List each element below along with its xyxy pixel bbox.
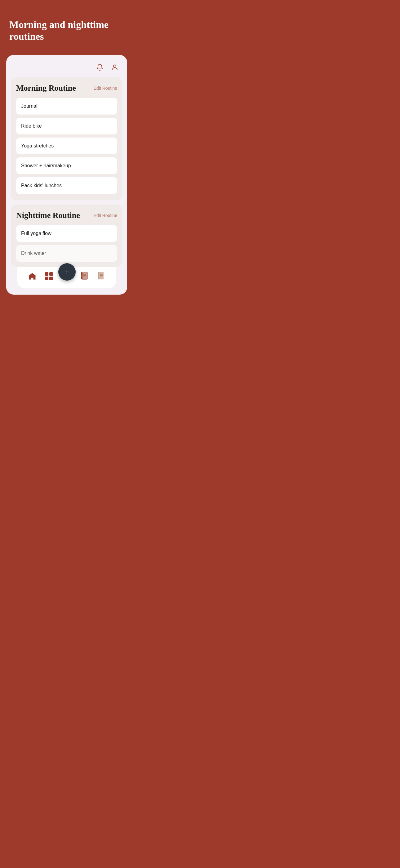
- svg-rect-4: [83, 274, 86, 275]
- morning-routine-header: Morning Routine Edit Routine: [16, 84, 117, 93]
- fab-add-button[interactable]: +: [58, 263, 76, 281]
- morning-item-journal[interactable]: Journal: [16, 98, 117, 115]
- home-icon: [28, 272, 37, 281]
- fab-plus-icon: +: [65, 267, 69, 277]
- bell-button[interactable]: [95, 62, 105, 72]
- svg-point-0: [113, 65, 116, 67]
- nighttime-routine-section: Nighttime Routine Edit Routine Full yoga…: [11, 205, 122, 267]
- nighttime-item-drink-water[interactable]: Drink water: [16, 245, 117, 262]
- nighttime-routine-items: Full yoga flow Drink water: [16, 225, 117, 262]
- morning-edit-routine-button[interactable]: Edit Routine: [94, 86, 117, 91]
- nighttime-routine-title: Nighttime Routine: [16, 211, 80, 220]
- grid-icon: [45, 272, 53, 280]
- home-nav-button[interactable]: [25, 271, 40, 282]
- morning-item-shower[interactable]: Shower + hair/makeup: [16, 157, 117, 174]
- svg-rect-6: [83, 277, 85, 277]
- svg-rect-9: [100, 274, 103, 275]
- user-icon: [111, 64, 119, 71]
- nighttime-routine-header: Nighttime Routine Edit Routine: [16, 211, 117, 220]
- main-card: Morning Routine Edit Routine Journal Rid…: [6, 55, 127, 294]
- svg-rect-10: [100, 275, 103, 276]
- nighttime-item-yoga-flow[interactable]: Full yoga flow: [16, 225, 117, 242]
- morning-item-yoga-stretches[interactable]: Yoga stretches: [16, 137, 117, 154]
- top-section: Morning and nighttime routines: [0, 0, 133, 52]
- morning-routine-title: Morning Routine: [16, 84, 76, 93]
- user-button[interactable]: [110, 62, 120, 72]
- journal-icon: [81, 272, 89, 281]
- grid-nav-button[interactable]: [42, 271, 56, 282]
- top-bar: [11, 60, 122, 77]
- svg-point-3: [81, 275, 82, 276]
- morning-routine-items: Journal Ride bike Yoga stretches Shower …: [16, 98, 117, 194]
- svg-rect-11: [100, 277, 102, 277]
- morning-item-ride-bike[interactable]: Ride bike: [16, 118, 117, 134]
- nighttime-edit-routine-button[interactable]: Edit Routine: [94, 213, 117, 218]
- svg-rect-5: [83, 275, 86, 276]
- bottom-nav: +: [18, 267, 116, 288]
- app-title: Morning and nighttime routines: [9, 19, 124, 42]
- notes-icon: [97, 272, 105, 281]
- notes-nav-button[interactable]: [94, 270, 108, 282]
- bell-icon: [96, 64, 104, 71]
- journal-nav-button[interactable]: [78, 270, 92, 282]
- morning-item-pack-lunches[interactable]: Pack kids' lunches: [16, 177, 117, 194]
- morning-routine-section: Morning Routine Edit Routine Journal Rid…: [11, 77, 122, 200]
